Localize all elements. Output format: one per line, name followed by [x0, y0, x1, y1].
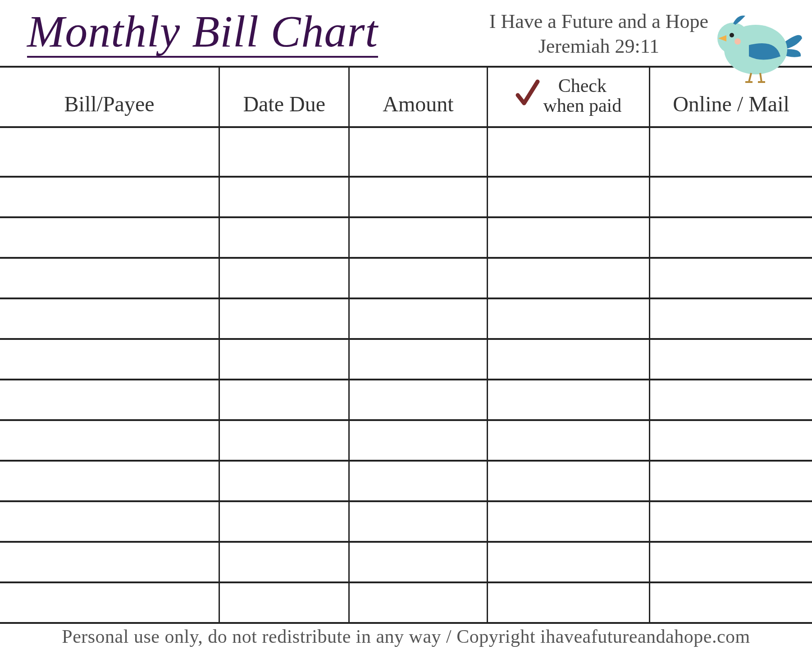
cell-payee[interactable]	[0, 258, 219, 298]
page-title: Monthly Bill Chart	[27, 9, 378, 58]
cell-amount[interactable]	[349, 582, 487, 623]
cell-payee[interactable]	[0, 339, 219, 380]
col-header-amount: Amount	[349, 67, 487, 127]
cell-online_mail[interactable]	[650, 582, 812, 623]
cell-online_mail[interactable]	[650, 461, 812, 501]
checkmark-icon	[515, 79, 540, 112]
cell-amount[interactable]	[349, 258, 487, 298]
cell-paid[interactable]	[487, 217, 649, 258]
cell-paid[interactable]	[487, 501, 649, 542]
col-header-check-when-paid: Check when paid	[487, 67, 649, 127]
cell-payee[interactable]	[0, 420, 219, 461]
cell-paid[interactable]	[487, 298, 649, 339]
cell-paid[interactable]	[487, 339, 649, 380]
table-row	[0, 217, 812, 258]
cell-date_due[interactable]	[219, 461, 349, 501]
cell-paid[interactable]	[487, 177, 649, 217]
table-row	[0, 380, 812, 420]
cell-amount[interactable]	[349, 501, 487, 542]
cell-online_mail[interactable]	[650, 258, 812, 298]
cell-paid[interactable]	[487, 127, 649, 177]
cell-online_mail[interactable]	[650, 542, 812, 582]
cell-date_due[interactable]	[219, 217, 349, 258]
table-row	[0, 127, 812, 177]
cell-date_due[interactable]	[219, 542, 349, 582]
header: Monthly Bill Chart I Have a Future and a…	[0, 0, 812, 63]
table-row	[0, 177, 812, 217]
cell-online_mail[interactable]	[650, 420, 812, 461]
table-row	[0, 339, 812, 380]
svg-line-4	[749, 73, 751, 82]
cell-date_due[interactable]	[219, 298, 349, 339]
cell-online_mail[interactable]	[650, 127, 812, 177]
svg-point-3	[734, 38, 741, 45]
cell-payee[interactable]	[0, 461, 219, 501]
table-body	[0, 127, 812, 623]
cell-payee[interactable]	[0, 380, 219, 420]
cell-date_due[interactable]	[219, 380, 349, 420]
table-row	[0, 461, 812, 501]
table-row	[0, 542, 812, 582]
cell-payee[interactable]	[0, 127, 219, 177]
cell-paid[interactable]	[487, 420, 649, 461]
col-header-check-line2: when paid	[543, 95, 621, 116]
cell-date_due[interactable]	[219, 177, 349, 217]
bill-chart-table: Bill/Payee Date Due Amount Check when pa…	[0, 66, 812, 624]
quote-line-2: Jeremiah 29:11	[489, 34, 708, 59]
cell-paid[interactable]	[487, 258, 649, 298]
table-row	[0, 582, 812, 623]
cell-payee[interactable]	[0, 582, 219, 623]
cell-date_due[interactable]	[219, 127, 349, 177]
col-header-date-due: Date Due	[219, 67, 349, 127]
cell-online_mail[interactable]	[650, 380, 812, 420]
cell-date_due[interactable]	[219, 339, 349, 380]
table-row	[0, 258, 812, 298]
cell-date_due[interactable]	[219, 501, 349, 542]
cell-online_mail[interactable]	[650, 217, 812, 258]
quote-line-1: I Have a Future and a Hope	[489, 9, 708, 34]
table-row	[0, 501, 812, 542]
cell-paid[interactable]	[487, 582, 649, 623]
cell-amount[interactable]	[349, 420, 487, 461]
table-header-row: Bill/Payee Date Due Amount Check when pa…	[0, 67, 812, 127]
cell-amount[interactable]	[349, 339, 487, 380]
cell-date_due[interactable]	[219, 258, 349, 298]
footer-text: Personal use only, do not redistribute i…	[0, 624, 812, 647]
col-header-payee: Bill/Payee	[0, 67, 219, 127]
cell-paid[interactable]	[487, 380, 649, 420]
cell-online_mail[interactable]	[650, 501, 812, 542]
cell-amount[interactable]	[349, 542, 487, 582]
table-row	[0, 298, 812, 339]
cell-online_mail[interactable]	[650, 298, 812, 339]
bird-icon	[713, 14, 803, 87]
cell-online_mail[interactable]	[650, 177, 812, 217]
cell-payee[interactable]	[0, 217, 219, 258]
cell-amount[interactable]	[349, 127, 487, 177]
cell-amount[interactable]	[349, 217, 487, 258]
cell-payee[interactable]	[0, 501, 219, 542]
cell-amount[interactable]	[349, 461, 487, 501]
cell-payee[interactable]	[0, 177, 219, 217]
cell-online_mail[interactable]	[650, 339, 812, 380]
cell-date_due[interactable]	[219, 420, 349, 461]
cell-paid[interactable]	[487, 461, 649, 501]
cell-amount[interactable]	[349, 177, 487, 217]
col-header-check-line1: Check	[558, 75, 607, 96]
cell-amount[interactable]	[349, 298, 487, 339]
table-row	[0, 420, 812, 461]
svg-line-5	[760, 73, 762, 82]
cell-payee[interactable]	[0, 542, 219, 582]
cell-payee[interactable]	[0, 298, 219, 339]
cell-amount[interactable]	[349, 380, 487, 420]
svg-point-2	[730, 33, 734, 37]
cell-date_due[interactable]	[219, 582, 349, 623]
cell-paid[interactable]	[487, 542, 649, 582]
